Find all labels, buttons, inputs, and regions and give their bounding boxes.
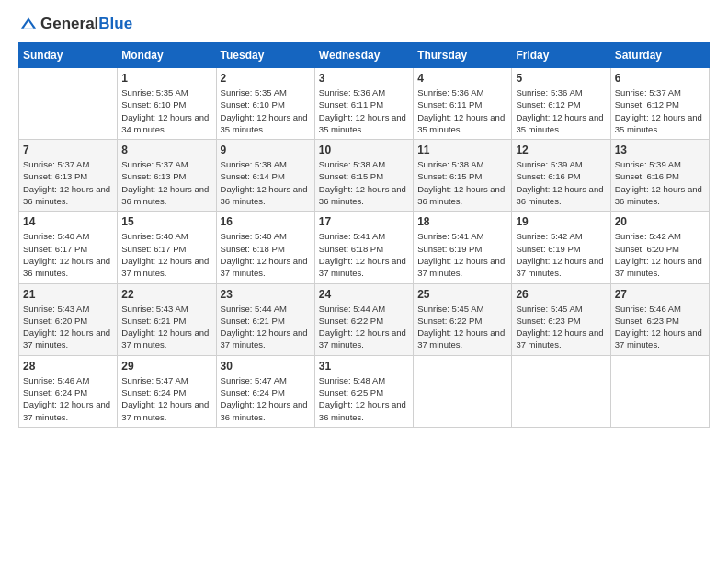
day-info: Sunrise: 5:36 AMSunset: 6:11 PMDaylight:… bbox=[417, 86, 507, 135]
day-number: 8 bbox=[121, 144, 211, 156]
calendar-cell: 1Sunrise: 5:35 AMSunset: 6:10 PMDaylight… bbox=[118, 68, 216, 140]
calendar-cell: 28Sunrise: 5:46 AMSunset: 6:24 PMDayligh… bbox=[19, 355, 118, 427]
day-info: Sunrise: 5:43 AMSunset: 6:20 PMDaylight:… bbox=[23, 303, 113, 351]
calendar-cell bbox=[610, 355, 709, 427]
day-info: Sunrise: 5:38 AMSunset: 6:15 PMDaylight:… bbox=[417, 158, 507, 207]
day-info: Sunrise: 5:45 AMSunset: 6:22 PMDaylight:… bbox=[417, 303, 507, 351]
day-info: Sunrise: 5:40 AMSunset: 6:18 PMDaylight:… bbox=[221, 230, 311, 279]
day-info: Sunrise: 5:38 AMSunset: 6:15 PMDaylight:… bbox=[319, 158, 409, 207]
day-info: Sunrise: 5:39 AMSunset: 6:16 PMDaylight:… bbox=[516, 158, 606, 207]
day-number: 6 bbox=[615, 72, 705, 85]
header-row: SundayMondayTuesdayWednesdayThursdayFrid… bbox=[19, 43, 710, 68]
logo: GeneralBlue bbox=[18, 15, 132, 31]
calendar-cell: 30Sunrise: 5:47 AMSunset: 6:24 PMDayligh… bbox=[216, 355, 314, 427]
calendar-cell: 2Sunrise: 5:35 AMSunset: 6:10 PMDaylight… bbox=[216, 68, 314, 140]
day-info: Sunrise: 5:44 AMSunset: 6:22 PMDaylight:… bbox=[319, 303, 409, 351]
calendar-cell: 9Sunrise: 5:38 AMSunset: 6:14 PMDaylight… bbox=[216, 140, 314, 212]
calendar-cell: 17Sunrise: 5:41 AMSunset: 6:18 PMDayligh… bbox=[314, 212, 413, 283]
calendar-cell: 21Sunrise: 5:43 AMSunset: 6:20 PMDayligh… bbox=[19, 283, 118, 355]
day-info: Sunrise: 5:35 AMSunset: 6:10 PMDaylight:… bbox=[121, 86, 211, 135]
calendar-cell: 14Sunrise: 5:40 AMSunset: 6:17 PMDayligh… bbox=[19, 212, 118, 283]
calendar-cell: 7Sunrise: 5:37 AMSunset: 6:13 PMDaylight… bbox=[19, 140, 118, 212]
calendar-cell: 25Sunrise: 5:45 AMSunset: 6:22 PMDayligh… bbox=[414, 283, 512, 355]
calendar-cell: 13Sunrise: 5:39 AMSunset: 6:16 PMDayligh… bbox=[610, 140, 709, 212]
calendar-cell bbox=[19, 68, 118, 140]
calendar-cell: 11Sunrise: 5:38 AMSunset: 6:15 PMDayligh… bbox=[414, 140, 512, 212]
calendar-cell: 26Sunrise: 5:45 AMSunset: 6:23 PMDayligh… bbox=[512, 283, 610, 355]
day-info: Sunrise: 5:48 AMSunset: 6:25 PMDaylight:… bbox=[319, 374, 409, 423]
day-number: 20 bbox=[615, 215, 705, 228]
logo-text: GeneralBlue bbox=[40, 16, 132, 31]
day-info: Sunrise: 5:39 AMSunset: 6:16 PMDaylight:… bbox=[615, 158, 705, 207]
week-row-4: 21Sunrise: 5:43 AMSunset: 6:20 PMDayligh… bbox=[19, 283, 710, 355]
week-row-1: 1Sunrise: 5:35 AMSunset: 6:10 PMDaylight… bbox=[19, 68, 710, 140]
day-info: Sunrise: 5:40 AMSunset: 6:17 PMDaylight:… bbox=[121, 230, 211, 279]
day-number: 17 bbox=[319, 215, 409, 228]
calendar-cell: 23Sunrise: 5:44 AMSunset: 6:21 PMDayligh… bbox=[216, 283, 314, 355]
calendar-cell: 31Sunrise: 5:48 AMSunset: 6:25 PMDayligh… bbox=[314, 355, 413, 427]
day-number: 3 bbox=[319, 72, 409, 85]
week-row-2: 7Sunrise: 5:37 AMSunset: 6:13 PMDaylight… bbox=[19, 140, 710, 212]
calendar-cell: 6Sunrise: 5:37 AMSunset: 6:12 PMDaylight… bbox=[610, 68, 709, 140]
day-info: Sunrise: 5:43 AMSunset: 6:21 PMDaylight:… bbox=[121, 303, 211, 351]
day-number: 13 bbox=[615, 144, 705, 156]
day-info: Sunrise: 5:37 AMSunset: 6:13 PMDaylight:… bbox=[121, 158, 211, 207]
logo-blue: Blue bbox=[98, 15, 132, 32]
day-info: Sunrise: 5:38 AMSunset: 6:14 PMDaylight:… bbox=[221, 158, 311, 207]
day-info: Sunrise: 5:44 AMSunset: 6:21 PMDaylight:… bbox=[221, 303, 311, 351]
header-day-wednesday: Wednesday bbox=[314, 43, 413, 68]
day-number: 22 bbox=[121, 288, 211, 301]
day-info: Sunrise: 5:42 AMSunset: 6:19 PMDaylight:… bbox=[516, 230, 606, 279]
calendar-cell: 22Sunrise: 5:43 AMSunset: 6:21 PMDayligh… bbox=[118, 283, 216, 355]
day-number: 21 bbox=[23, 288, 113, 301]
day-number: 10 bbox=[319, 144, 409, 156]
calendar-cell: 12Sunrise: 5:39 AMSunset: 6:16 PMDayligh… bbox=[512, 140, 610, 212]
day-number: 16 bbox=[221, 215, 311, 228]
day-info: Sunrise: 5:41 AMSunset: 6:19 PMDaylight:… bbox=[417, 230, 507, 279]
day-number: 18 bbox=[417, 215, 507, 228]
header-day-sunday: Sunday bbox=[19, 43, 118, 68]
day-number: 2 bbox=[221, 72, 311, 85]
day-number: 7 bbox=[23, 144, 113, 156]
header: GeneralBlue bbox=[18, 15, 710, 31]
day-info: Sunrise: 5:45 AMSunset: 6:23 PMDaylight:… bbox=[516, 303, 606, 351]
calendar-cell: 8Sunrise: 5:37 AMSunset: 6:13 PMDaylight… bbox=[118, 140, 216, 212]
day-info: Sunrise: 5:37 AMSunset: 6:12 PMDaylight:… bbox=[615, 86, 705, 135]
week-row-5: 28Sunrise: 5:46 AMSunset: 6:24 PMDayligh… bbox=[19, 355, 710, 427]
day-info: Sunrise: 5:35 AMSunset: 6:10 PMDaylight:… bbox=[221, 86, 311, 135]
day-number: 19 bbox=[516, 215, 606, 228]
day-number: 12 bbox=[516, 144, 606, 156]
calendar-cell bbox=[414, 355, 512, 427]
calendar-cell: 24Sunrise: 5:44 AMSunset: 6:22 PMDayligh… bbox=[314, 283, 413, 355]
calendar-cell: 18Sunrise: 5:41 AMSunset: 6:19 PMDayligh… bbox=[414, 212, 512, 283]
day-info: Sunrise: 5:46 AMSunset: 6:23 PMDaylight:… bbox=[615, 303, 705, 351]
calendar-cell: 10Sunrise: 5:38 AMSunset: 6:15 PMDayligh… bbox=[314, 140, 413, 212]
calendar-cell: 5Sunrise: 5:36 AMSunset: 6:12 PMDaylight… bbox=[512, 68, 610, 140]
day-info: Sunrise: 5:36 AMSunset: 6:11 PMDaylight:… bbox=[319, 86, 409, 135]
day-number: 14 bbox=[23, 215, 113, 228]
calendar-cell: 27Sunrise: 5:46 AMSunset: 6:23 PMDayligh… bbox=[610, 283, 709, 355]
day-number: 26 bbox=[516, 288, 606, 301]
calendar-cell: 4Sunrise: 5:36 AMSunset: 6:11 PMDaylight… bbox=[414, 68, 512, 140]
calendar-cell: 15Sunrise: 5:40 AMSunset: 6:17 PMDayligh… bbox=[118, 212, 216, 283]
calendar-cell: 19Sunrise: 5:42 AMSunset: 6:19 PMDayligh… bbox=[512, 212, 610, 283]
day-number: 1 bbox=[121, 72, 211, 85]
header-day-saturday: Saturday bbox=[610, 43, 709, 68]
day-number: 5 bbox=[516, 72, 606, 85]
day-number: 25 bbox=[417, 288, 507, 301]
day-info: Sunrise: 5:46 AMSunset: 6:24 PMDaylight:… bbox=[23, 374, 113, 423]
day-info: Sunrise: 5:37 AMSunset: 6:13 PMDaylight:… bbox=[23, 158, 113, 207]
day-info: Sunrise: 5:42 AMSunset: 6:20 PMDaylight:… bbox=[615, 230, 705, 279]
day-number: 15 bbox=[121, 215, 211, 228]
calendar-cell: 16Sunrise: 5:40 AMSunset: 6:18 PMDayligh… bbox=[216, 212, 314, 283]
header-day-thursday: Thursday bbox=[414, 43, 512, 68]
day-number: 23 bbox=[221, 288, 311, 301]
week-row-3: 14Sunrise: 5:40 AMSunset: 6:17 PMDayligh… bbox=[19, 212, 710, 283]
calendar-cell: 20Sunrise: 5:42 AMSunset: 6:20 PMDayligh… bbox=[610, 212, 709, 283]
day-info: Sunrise: 5:47 AMSunset: 6:24 PMDaylight:… bbox=[121, 374, 211, 423]
day-number: 11 bbox=[417, 144, 507, 156]
day-number: 4 bbox=[417, 72, 507, 85]
calendar-cell bbox=[512, 355, 610, 427]
header-day-monday: Monday bbox=[118, 43, 216, 68]
day-number: 30 bbox=[221, 360, 311, 373]
